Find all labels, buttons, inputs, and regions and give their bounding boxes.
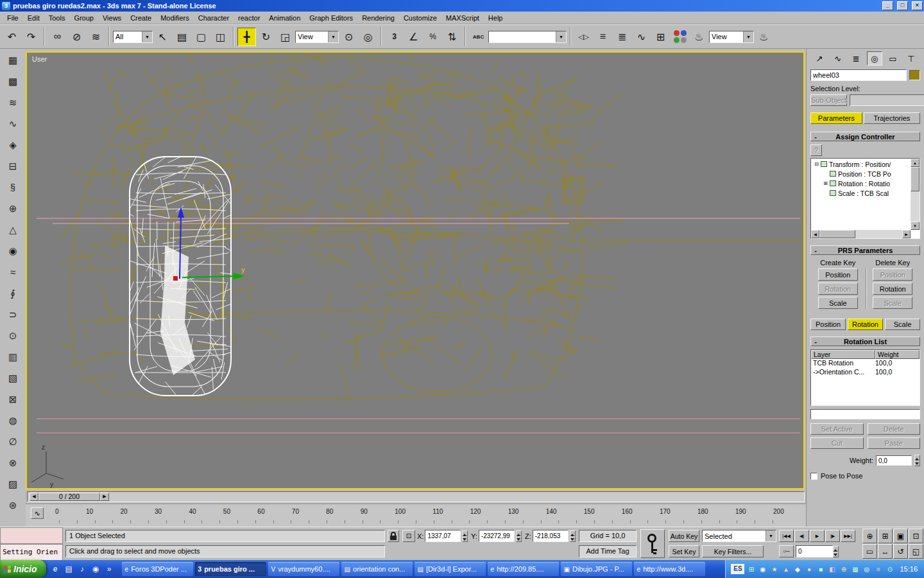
tray-icon[interactable]: ◆ xyxy=(792,565,802,574)
tray-icon[interactable]: ● xyxy=(804,565,814,574)
reactor-toolbar-icon[interactable]: ∅ xyxy=(4,433,22,450)
rotation-mode-button[interactable]: Rotation xyxy=(848,319,883,330)
pose-to-pose-checkbox[interactable] xyxy=(810,473,817,480)
x-spinner[interactable] xyxy=(462,530,468,542)
select-and-rotate-icon[interactable]: ↻ xyxy=(257,28,275,46)
sub-object-level-dropdown[interactable]: ▼ xyxy=(850,94,924,106)
trajectories-tab-button[interactable]: Trajectories xyxy=(864,112,920,124)
object-name-input[interactable] xyxy=(810,69,907,81)
command-panel-tab[interactable]: ▭ xyxy=(885,51,900,66)
controller-tree-row[interactable]: Scale : TCB Scal xyxy=(812,188,909,198)
x-coordinate-input[interactable] xyxy=(425,530,461,542)
menu-item[interactable]: Rendering xyxy=(357,12,399,24)
time-slider-value[interactable]: 0 / 200 xyxy=(38,493,100,501)
car-wireframe[interactable] xyxy=(60,53,626,400)
bind-spacewarp-icon[interactable]: ≋ xyxy=(87,28,105,46)
set-active-button[interactable]: Set Active xyxy=(810,423,864,435)
set-keys-button[interactable] xyxy=(640,529,665,558)
key-filter-set-value[interactable] xyxy=(703,530,766,541)
selection-filter-dropdown[interactable]: ▼ xyxy=(113,31,153,43)
layer-manager-icon[interactable]: ≣ xyxy=(613,28,631,46)
current-frame-input[interactable] xyxy=(796,545,833,557)
tray-icon[interactable]: ⊙ xyxy=(885,565,894,574)
absolute-mode-button[interactable]: ⊡ xyxy=(402,530,415,542)
select-link-icon[interactable]: ∞ xyxy=(48,28,67,46)
tray-icon[interactable]: ⊞ xyxy=(746,565,756,574)
curve-editor-icon[interactable]: ∿ xyxy=(632,28,651,46)
viewport-canvas[interactable]: y z y User xyxy=(27,53,803,488)
taskbar-task-button[interactable]: 3 pruebas giro ... xyxy=(195,562,266,576)
language-indicator[interactable]: ES xyxy=(731,564,744,574)
quick-launch-icon[interactable]: ▤ xyxy=(64,563,74,575)
named-selection-value[interactable] xyxy=(489,31,556,42)
reactor-toolbar-icon[interactable]: ⊙ xyxy=(4,327,22,344)
tray-icon[interactable]: ≡ xyxy=(873,565,883,574)
chevron-down-icon[interactable]: ▼ xyxy=(766,530,776,541)
viewport-nav-button[interactable]: ⊞ xyxy=(878,529,893,543)
y-coordinate-input[interactable] xyxy=(479,530,515,542)
reactor-toolbar-icon[interactable]: ⊕ xyxy=(4,200,22,217)
z-coordinate-input[interactable] xyxy=(533,530,569,542)
rotation-list-rollout-header[interactable]: - Rotation List xyxy=(810,337,920,346)
menu-item[interactable]: Edit xyxy=(23,12,44,24)
start-button[interactable]: Inicio xyxy=(0,560,46,578)
wheel-wireframe[interactable] xyxy=(110,150,253,417)
rotation-list-row[interactable]: TCB Rotation 100,0 xyxy=(811,359,920,368)
maxscript-mini-listener[interactable]: Setting Orien xyxy=(0,544,63,561)
reactor-toolbar-icon[interactable]: ⊗ xyxy=(4,454,22,471)
scrollbar-thumb[interactable] xyxy=(819,230,855,238)
command-panel-tab[interactable]: ◎ xyxy=(867,51,882,66)
menu-item[interactable]: Animation xyxy=(264,12,305,24)
use-center-icon[interactable]: ⊙ xyxy=(339,28,358,46)
weight-input[interactable] xyxy=(876,455,912,466)
reactor-toolbar-icon[interactable]: § xyxy=(4,179,22,196)
tray-icon[interactable]: ▦ xyxy=(850,565,860,574)
previous-frame-nub-icon[interactable]: ◀ xyxy=(30,493,38,501)
scroll-down-icon[interactable]: ▼ xyxy=(911,222,920,230)
create-rotation-key-button[interactable]: Rotation xyxy=(818,283,858,295)
taskbar-task-button[interactable]: ▣ Dibujo.JPG - P... xyxy=(561,562,632,576)
render-scene-icon[interactable]: ♨ xyxy=(690,28,708,46)
reactor-toolbar-icon[interactable]: △ xyxy=(4,221,22,238)
snap-toggle-icon[interactable]: 3 xyxy=(385,28,404,46)
collapse-icon[interactable]: - xyxy=(811,247,820,254)
menu-item[interactable]: Create xyxy=(126,12,156,24)
chevron-down-icon[interactable]: ▼ xyxy=(328,31,338,42)
reference-coordinate-value[interactable] xyxy=(296,31,328,42)
playback-button[interactable]: ▶▶| xyxy=(841,530,855,542)
quick-launch-icon[interactable]: ◉ xyxy=(90,563,101,575)
create-position-key-button[interactable]: Position xyxy=(818,268,858,281)
tray-icon[interactable]: ★ xyxy=(769,565,779,574)
unlink-icon[interactable]: ⊘ xyxy=(67,28,86,46)
taskbar-task-button[interactable]: ▤ orientation con... xyxy=(341,562,413,576)
menu-item[interactable]: reactor xyxy=(234,12,264,24)
assign-controller-button[interactable]: ? xyxy=(810,144,822,156)
menu-item[interactable]: MAXScript xyxy=(441,12,484,24)
minimize-button[interactable]: _ xyxy=(882,1,893,10)
selection-lock-button[interactable] xyxy=(388,530,399,542)
scrollbar-thumb[interactable] xyxy=(911,167,920,191)
rotation-layer-list[interactable]: Layer Weight TCB Rotation 100,0 ->Orient… xyxy=(810,349,920,406)
key-mode-toggle-button[interactable]: ○─ xyxy=(779,545,794,557)
reactor-toolbar-icon[interactable]: ▩ xyxy=(4,73,22,90)
select-by-name-icon[interactable]: ▤ xyxy=(173,28,191,46)
cut-button[interactable]: Cut xyxy=(810,437,864,449)
menu-item[interactable]: Help xyxy=(484,12,508,24)
region-select-icon[interactable]: ▢ xyxy=(192,28,210,46)
weight-column-header[interactable]: Weight xyxy=(875,350,920,359)
window-crossing-icon[interactable]: ◫ xyxy=(211,28,230,46)
prs-parameters-rollout-header[interactable]: - PRS Parameters xyxy=(810,245,920,255)
weight-spinner[interactable] xyxy=(914,455,920,466)
edit-named-selections-icon[interactable]: ABC xyxy=(469,28,488,46)
chevron-down-icon[interactable]: ▼ xyxy=(743,31,753,42)
parameters-tab-button[interactable]: Parameters xyxy=(810,112,862,124)
set-key-button[interactable]: Set Key xyxy=(669,545,699,557)
add-time-tag[interactable]: Add Time Tag xyxy=(579,545,637,557)
quick-launch-icon[interactable]: e xyxy=(50,563,61,575)
scroll-right-icon[interactable]: ▶ xyxy=(902,230,911,238)
reference-coordinate-dropdown[interactable]: ▼ xyxy=(295,31,339,43)
delete-rotation-key-button[interactable]: Rotation xyxy=(873,283,912,295)
title-bar[interactable]: 3 pruebas giro ruedas2.max - 3ds max 7 -… xyxy=(0,0,924,12)
next-frame-nub-icon[interactable]: ▶ xyxy=(100,493,109,501)
tray-icon[interactable]: ◉ xyxy=(758,565,767,574)
